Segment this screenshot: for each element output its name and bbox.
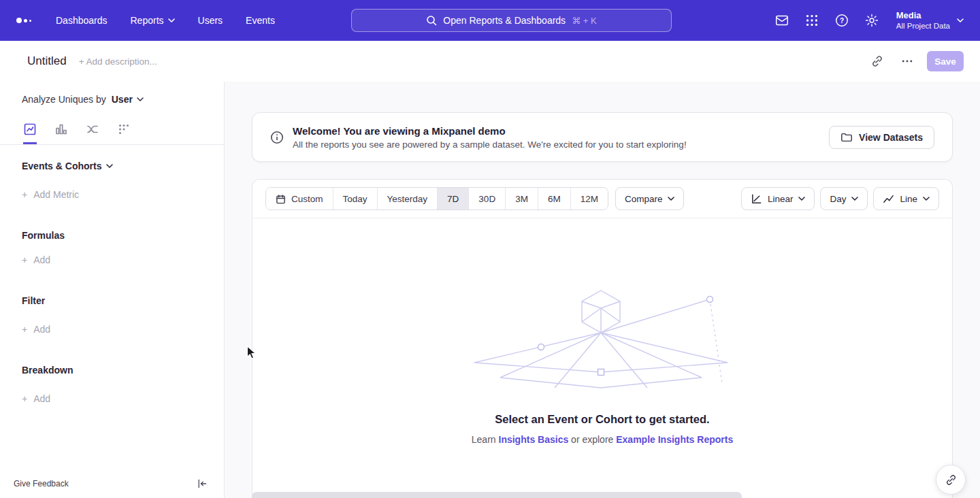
chevron-down-icon: [957, 18, 964, 22]
chevron-down-icon: [668, 197, 674, 201]
nav-events[interactable]: Events: [246, 15, 275, 26]
nav-right: ? Media All Project Data: [774, 0, 980, 41]
chevron-down-icon: [137, 97, 144, 101]
empty-state: Select an Event or Cohort to get started…: [252, 218, 952, 445]
banner-title: Welcome! You are viewing a Mixpanel demo: [293, 125, 687, 137]
date-range-today[interactable]: Today: [333, 188, 377, 210]
project-name: Media: [896, 10, 950, 21]
chevron-down-icon: [168, 18, 175, 22]
date-range-6m[interactable]: 6M: [538, 188, 570, 210]
insights-chart-card: Custom Today Yesterday 7D 30D 3M 6M 12M …: [252, 179, 953, 498]
chart-type-selector[interactable]: Line: [873, 187, 939, 210]
help-icon[interactable]: ?: [834, 12, 850, 29]
top-nav: Dashboards Reports Users Events Open Rep…: [0, 0, 980, 41]
nav-reports[interactable]: Reports: [131, 15, 175, 26]
search-icon: [426, 15, 437, 26]
link-icon: [945, 474, 958, 486]
chart-display-controls: Linear Day Line: [741, 187, 939, 210]
add-metric-button[interactable]: + Add Metric: [22, 188, 224, 201]
scale-selector[interactable]: Linear: [741, 187, 815, 210]
search-shortcut: ⌘ + K: [572, 16, 597, 26]
calendar-icon: [276, 194, 286, 204]
header-actions: Save: [867, 51, 980, 71]
date-range-30d[interactable]: 30D: [468, 188, 505, 210]
report-header: Untitled + Add description... Save: [0, 41, 980, 82]
linear-scale-icon: [751, 193, 762, 205]
search-label: Open Reports & Dashboards: [443, 15, 566, 26]
copy-link-icon[interactable]: [867, 51, 887, 71]
save-button[interactable]: Save: [927, 51, 964, 71]
analyze-row: Analyze Uniques by User: [22, 93, 224, 106]
svg-text:?: ?: [840, 17, 844, 24]
chevron-down-icon: [923, 197, 930, 201]
add-description[interactable]: + Add description...: [79, 56, 157, 67]
horizontal-scrollbar[interactable]: [252, 492, 742, 498]
example-insights-reports-link[interactable]: Example Insights Reports: [616, 434, 733, 445]
main-nav: Dashboards Reports Users Events: [56, 15, 275, 26]
tab-funnels-icon[interactable]: [54, 122, 68, 144]
nav-users[interactable]: Users: [198, 15, 223, 26]
date-range-custom[interactable]: Custom: [266, 188, 333, 210]
tab-retention-icon[interactable]: [117, 122, 131, 144]
metric-type-tabs: [0, 122, 224, 145]
inbox-icon[interactable]: [774, 12, 790, 29]
add-filter-button[interactable]: + Add: [22, 323, 224, 335]
report-title[interactable]: Untitled: [27, 54, 67, 68]
view-datasets-button[interactable]: View Datasets: [829, 126, 934, 149]
settings-gear-icon[interactable]: [864, 12, 880, 29]
date-range-12m[interactable]: 12M: [570, 188, 608, 210]
project-switcher[interactable]: Media All Project Data: [896, 10, 964, 31]
main-content: Welcome! You are viewing a Mixpanel demo…: [225, 82, 980, 498]
share-link-fab[interactable]: [936, 465, 966, 495]
filter-heading: Filter: [22, 295, 224, 307]
granularity-selector[interactable]: Day: [820, 187, 868, 210]
empty-state-title: Select an Event or Cohort to get started…: [252, 413, 952, 426]
empty-state-illustration: [473, 288, 732, 390]
project-scope: All Project Data: [896, 21, 950, 31]
plus-icon: +: [22, 189, 27, 200]
date-range-3m[interactable]: 3M: [505, 188, 538, 210]
banner-text: Welcome! You are viewing a Mixpanel demo…: [293, 125, 687, 150]
line-chart-icon: [883, 193, 894, 205]
insights-basics-link[interactable]: Insights Basics: [499, 434, 569, 445]
nav-dashboards[interactable]: Dashboards: [56, 15, 108, 26]
analyze-by-dropdown[interactable]: User: [112, 94, 144, 105]
mixpanel-logo[interactable]: [16, 18, 39, 23]
apps-grid-icon[interactable]: [804, 12, 820, 29]
folder-icon: [840, 131, 853, 144]
tab-flows-icon[interactable]: [86, 122, 99, 144]
info-icon: [270, 131, 284, 144]
date-range-7d[interactable]: 7D: [437, 188, 468, 210]
add-formula-button[interactable]: + Add: [22, 254, 224, 266]
global-search[interactable]: Open Reports & Dashboards ⌘ + K: [351, 9, 672, 32]
plus-icon: +: [22, 393, 27, 404]
plus-icon: +: [22, 254, 27, 265]
date-range-segmented-control: Custom Today Yesterday 7D 30D 3M 6M 12M: [265, 187, 608, 210]
analyze-label: Analyze Uniques by: [22, 94, 106, 105]
give-feedback-link[interactable]: Give Feedback: [14, 479, 69, 488]
demo-banner: Welcome! You are viewing a Mixpanel demo…: [252, 112, 953, 162]
chevron-down-icon: [798, 197, 805, 201]
empty-state-subtitle: Learn Insights Basics or explore Example…: [252, 434, 952, 445]
more-options-icon[interactable]: [897, 51, 917, 71]
sidebar-footer: Give Feedback: [0, 469, 224, 498]
compare-button[interactable]: Compare: [615, 187, 685, 210]
formulas-heading: Formulas: [22, 229, 224, 242]
plus-icon: +: [22, 324, 27, 335]
events-cohorts-heading[interactable]: Events & Cohorts: [22, 160, 224, 172]
date-range-yesterday[interactable]: Yesterday: [377, 188, 438, 210]
tab-insights-icon[interactable]: [23, 122, 37, 144]
chart-toolbar: Custom Today Yesterday 7D 30D 3M 6M 12M …: [252, 180, 952, 218]
chevron-down-icon: [851, 197, 858, 201]
chevron-down-icon: [106, 164, 113, 168]
add-breakdown-button[interactable]: + Add: [22, 393, 224, 405]
query-builder-sidebar: Analyze Uniques by User Events & Cohorts…: [0, 82, 225, 498]
collapse-sidebar-icon[interactable]: [197, 478, 208, 489]
breakdown-heading: Breakdown: [22, 364, 224, 376]
banner-subtitle: All the reports you see are powered by a…: [293, 139, 687, 150]
